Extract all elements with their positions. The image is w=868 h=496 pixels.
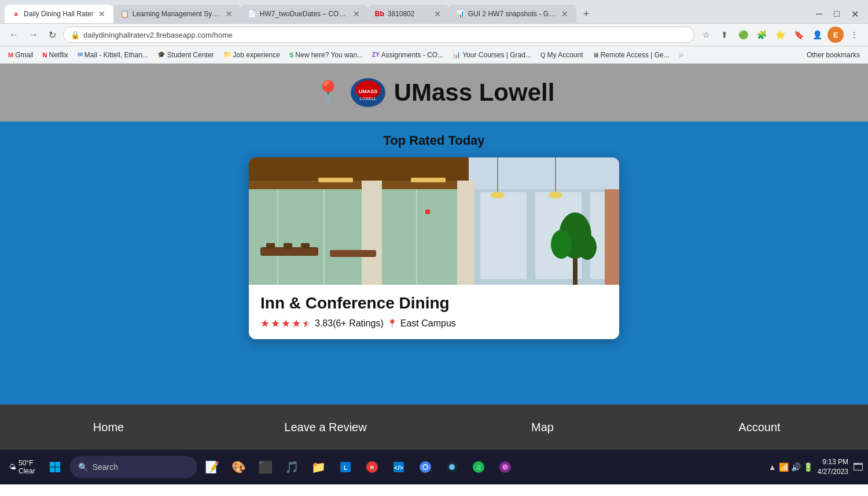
extension-4[interactable]: 🔖 [790, 27, 807, 43]
bookmark-remote-access[interactable]: 🖥 Remote Access | Ge... [590, 50, 672, 60]
close-window-button[interactable]: ✕ [847, 8, 863, 21]
user-profile-icon[interactable]: 👤 [809, 27, 825, 43]
svg-point-51 [423, 465, 427, 469]
dining-meta: ★ ★ ★ ★ ★ ★ 3.83(6+ Ratings) 📍 East Camp… [260, 317, 608, 330]
dining-card[interactable]: Inn & Conference Dining ★ ★ ★ ★ ★ ★ 3.83… [249, 157, 619, 339]
taskbar-app-steam-icon [446, 461, 458, 473]
nav-item-account[interactable]: Account [651, 405, 868, 450]
bookmark-job[interactable]: 📁 Job experience [221, 50, 282, 60]
bookmark-courses[interactable]: 📊 Your Courses | Grad... [450, 50, 534, 60]
tab-2[interactable]: 📋 Learning Management System / ✕ [113, 5, 241, 23]
taskbar-app-spotify[interactable]: ♫ [466, 454, 491, 480]
bookmark-job-label: Job experience [233, 51, 280, 59]
other-bookmarks-label: Other bookmarks [807, 51, 860, 59]
taskbar-app-discord-icon: R [366, 461, 378, 473]
tab-title-active: Daily Dining Hall Rater [24, 10, 94, 18]
maximize-button[interactable]: □ [829, 8, 844, 20]
dining-name: Inn & Conference Dining [260, 294, 608, 313]
taskbar-app-art[interactable]: 🎨 [226, 454, 252, 480]
bookmark-gmail[interactable]: M Gmail [6, 50, 36, 60]
bookmark-mail[interactable]: ✉ Mail - Kittell, Ethan... [75, 50, 150, 60]
taskbar-app-discord[interactable]: R [359, 454, 385, 480]
new-tab-button[interactable]: + [579, 6, 594, 23]
tab-5[interactable]: 📊 GUI 2 HW7 snapshots - Google ... ✕ [449, 5, 576, 23]
taskbar-clock[interactable]: 9:13 PM 4/27/2023 [818, 457, 848, 477]
tab-3[interactable]: 📄 HW7_twoDueDates – COMP 462 ✕ [241, 5, 368, 23]
extension-3[interactable]: ⭐ [772, 27, 788, 43]
nav-item-home[interactable]: Home [0, 405, 217, 450]
taskbar-app-steam[interactable] [439, 454, 465, 480]
taskbar-app-purple[interactable] [492, 454, 518, 480]
taskbar-app-vscode-icon: </> [392, 461, 405, 473]
tab-close-3[interactable]: ✕ [352, 8, 361, 20]
lock-icon: 🔒 [71, 31, 80, 39]
menu-button[interactable]: ⋮ [846, 27, 862, 43]
extension-1[interactable]: 🟢 [735, 27, 751, 43]
bookmark-other[interactable]: Other bookmarks [804, 50, 862, 60]
network-up-icon[interactable]: ▲ [768, 462, 777, 472]
star-3: ★ [281, 317, 290, 330]
bookmark-assignments-label: Assignments - CO... [381, 51, 443, 59]
taskbar-app-notes[interactable]: 📝 [200, 454, 225, 480]
bookmark-star-button[interactable]: ☆ [698, 27, 714, 43]
star-2: ★ [271, 317, 280, 330]
nav-item-review[interactable]: Leave a Review [217, 405, 434, 450]
dining-card-info: Inn & Conference Dining ★ ★ ★ ★ ★ ★ 3.83… [249, 285, 619, 339]
svg-rect-31 [284, 243, 292, 249]
tab-close-5[interactable]: ✕ [560, 8, 569, 20]
start-button[interactable] [42, 454, 68, 480]
tab-active[interactable]: 🔺 Daily Dining Hall Rater ✕ [5, 5, 113, 23]
svg-rect-22 [362, 181, 382, 285]
extension-2[interactable]: 🧩 [753, 27, 770, 43]
svg-text:LOWELL: LOWELL [359, 97, 376, 101]
taskbar-app-music[interactable]: 🎵 [279, 454, 305, 480]
taskbar-search-text: Search [93, 462, 118, 472]
student-center-icon: 🎓 [157, 51, 165, 58]
reload-button[interactable]: ↻ [45, 27, 60, 43]
bookmark-assignments[interactable]: ZY Assignments - CO... [370, 50, 446, 60]
svg-rect-7 [411, 178, 446, 182]
system-tray-icons: ▲ 📶 🔊 🔋 [768, 462, 813, 472]
wifi-icon[interactable]: 📶 [779, 462, 789, 472]
bookmark-my-account[interactable]: Q My Account [538, 50, 586, 60]
taskbar-search-bar[interactable]: 🔍 Search [70, 456, 197, 478]
taskbar-app-chrome[interactable] [413, 454, 438, 480]
battery-icon[interactable]: 🔋 [803, 462, 813, 472]
minimize-button[interactable]: ─ [811, 8, 827, 20]
nav-item-map[interactable]: Map [434, 405, 651, 450]
dining-location: East Campus [400, 318, 456, 329]
bookmark-my-account-label: My Account [547, 51, 583, 59]
tab-close-2[interactable]: ✕ [225, 8, 234, 20]
taskbar-search-icon: 🔍 [78, 462, 88, 472]
bookmark-student-center[interactable]: 🎓 Student Center [155, 50, 216, 60]
volume-icon[interactable]: 🔊 [791, 462, 801, 472]
taskbar-app-dark[interactable]: ⬛ [253, 454, 278, 480]
weather-widget[interactable]: 🌤 50°F Clear [5, 459, 40, 475]
address-bar[interactable]: 🔒 dailydininghallraterv2.firebaseapp.com… [63, 27, 694, 43]
svg-rect-6 [318, 178, 353, 182]
share-button[interactable]: ⬆ [716, 27, 733, 43]
svg-point-35 [551, 230, 572, 259]
back-button[interactable]: ← [6, 27, 22, 42]
tab-bar: 🔺 Daily Dining Hall Rater ✕ 📋 Learning M… [0, 0, 868, 23]
svg-rect-42 [55, 468, 60, 473]
tab-4[interactable]: Bb 3810802 ✕ [368, 5, 449, 23]
svg-point-53 [449, 464, 455, 470]
forward-button[interactable]: → [25, 27, 42, 42]
bookmarks-overflow[interactable]: » [679, 50, 684, 60]
taskbar-app-files[interactable]: 📁 [306, 454, 332, 480]
courses-icon: 📊 [453, 51, 461, 58]
bookmark-new-here[interactable]: S New here? You wan... [287, 50, 365, 60]
app-logo-group: 📍 UMASS LOWELL UMass Lowell [314, 77, 555, 109]
tab-close-4[interactable]: ✕ [433, 8, 442, 20]
bookmark-netflix[interactable]: N Netflix [41, 50, 71, 60]
user-avatar-button[interactable]: E [827, 27, 844, 43]
tab-close-active[interactable]: ✕ [97, 8, 106, 20]
navigation-bar: ← → ↻ 🔒 dailydininghallraterv2.firebasea… [0, 23, 868, 46]
svg-rect-41 [50, 468, 55, 473]
bookmark-courses-label: Your Courses | Grad... [462, 51, 531, 59]
taskbar-app-vscode[interactable]: </> [386, 454, 411, 480]
notification-button[interactable]: 🗔 [853, 461, 863, 473]
svg-point-57 [502, 464, 508, 470]
taskbar-app-blue[interactable]: L [333, 454, 358, 480]
